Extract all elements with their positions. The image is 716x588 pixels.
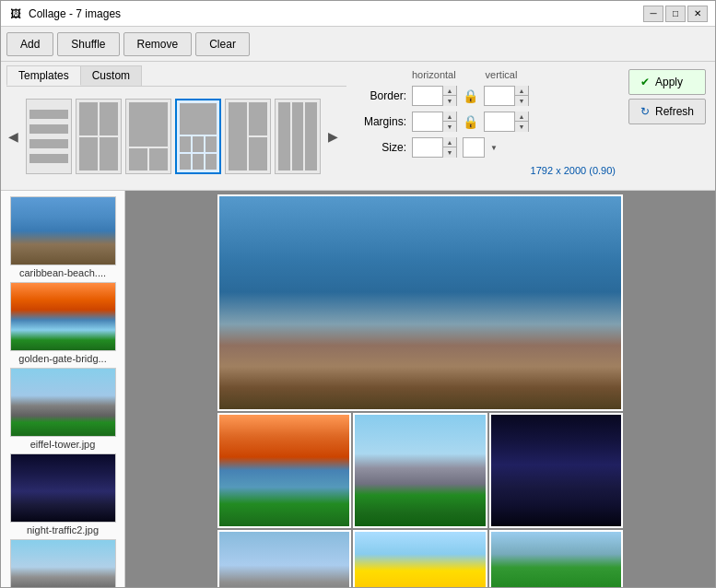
title-bar: 🖼 Collage - 7 images ─ □ ✕	[1, 1, 715, 27]
thumb-img-2	[11, 369, 115, 436]
collage-cell-sunflower	[353, 530, 487, 587]
template-item-4[interactable]	[175, 99, 221, 174]
window-title: Collage - 7 images	[29, 7, 643, 20]
size-row: Size: 2000 ▲ ▼ ▼	[356, 137, 616, 158]
border-lock-icon[interactable]: 🔒	[463, 88, 478, 103]
size-spinner: ▲ ▼	[442, 137, 456, 158]
window-controls: ─ □ ✕	[643, 6, 708, 22]
border-label: Border:	[356, 89, 406, 102]
margins-v-spinbox: 4 ▲ ▼	[484, 112, 529, 132]
tab-bar: Templates Custom	[6, 65, 346, 87]
refresh-icon: ↻	[640, 105, 650, 118]
thumb-img-1	[11, 283, 115, 350]
size-down[interactable]: ▼	[443, 147, 456, 158]
sidebar-item-1[interactable]: golden-gate-bridg...	[1, 280, 124, 366]
collage-cell-karst	[489, 530, 623, 587]
margins-v-up[interactable]: ▲	[515, 112, 528, 122]
border-h-input[interactable]: 4	[413, 87, 442, 105]
template-item-3[interactable]	[125, 99, 171, 174]
add-button[interactable]: Add	[6, 32, 53, 56]
apply-button[interactable]: ✔ Apply	[628, 69, 706, 95]
collage-top-image	[217, 194, 623, 411]
hv-labels: horizontal vertical	[412, 69, 616, 80]
thumbnail-4	[10, 539, 116, 587]
margins-h-down[interactable]: ▼	[443, 122, 456, 132]
tab-custom[interactable]: Custom	[80, 65, 142, 86]
size-input[interactable]: 2000	[413, 138, 442, 157]
apply-label: Apply	[655, 76, 683, 88]
sidebar-item-3[interactable]: night-traffic2.jpg	[1, 452, 124, 537]
border-h-spinner: ▲ ▼	[442, 86, 456, 106]
vertical-label: vertical	[480, 69, 522, 80]
color-swatch[interactable]	[463, 137, 485, 158]
template-item-1[interactable]	[26, 99, 72, 174]
collage-preview	[217, 194, 623, 587]
image-sidebar: caribbean-beach.... golden-gate-bridg...…	[1, 191, 125, 587]
margins-v-down[interactable]: ▼	[515, 122, 528, 132]
margins-v-input[interactable]: 4	[485, 112, 514, 131]
size-info: 1792 x 2000 (0.90)	[356, 165, 616, 176]
thumb-img-3	[11, 454, 115, 522]
size-label: Size:	[356, 141, 406, 154]
maximize-button[interactable]: □	[665, 6, 686, 22]
size-spinbox: 2000 ▲ ▼	[412, 137, 457, 158]
border-h-down[interactable]: ▼	[443, 96, 456, 106]
template-item-5[interactable]	[225, 99, 271, 174]
templates-grid	[22, 90, 324, 182]
thumb-img-4	[11, 540, 115, 587]
margins-h-input[interactable]: 4	[413, 112, 442, 131]
sidebar-item-2[interactable]: eiffel-tower.jpg	[1, 366, 124, 452]
collage-cell-eiffel	[353, 413, 487, 528]
sidebar-item-4[interactable]: eiffel-tower2.jpg	[1, 537, 124, 587]
img-label-3: night-traffic2.jpg	[27, 524, 99, 535]
margins-h-up[interactable]: ▲	[443, 112, 456, 122]
collage-cell-traffic	[489, 413, 623, 528]
margins-lock-icon[interactable]: 🔒	[463, 114, 478, 129]
size-up[interactable]: ▲	[443, 137, 456, 147]
border-v-input[interactable]: 4	[485, 87, 514, 105]
tab-templates[interactable]: Templates	[6, 65, 81, 86]
border-row: Border: 4 ▲ ▼ 🔒 4 ▲ ▼	[356, 86, 616, 106]
thumbnail-3	[10, 453, 116, 523]
collage-cell-bridge	[217, 413, 351, 528]
right-controls: horizontal vertical Border: 4 ▲ ▼ 🔒 4	[352, 65, 619, 180]
thumbnail-1	[10, 282, 116, 351]
border-v-up[interactable]: ▲	[515, 86, 528, 96]
margins-row: Margins: 4 ▲ ▼ 🔒 4 ▲ ▼	[356, 112, 616, 132]
refresh-button[interactable]: ↻ Refresh	[628, 99, 706, 124]
img-label-0: caribbean-beach....	[19, 267, 106, 278]
border-h-up[interactable]: ▲	[443, 86, 456, 96]
collage-bottom	[217, 413, 623, 587]
template-item-2[interactable]	[76, 99, 122, 174]
border-v-down[interactable]: ▼	[515, 96, 528, 106]
scroll-left-button[interactable]: ◀	[6, 129, 20, 144]
color-dropdown-arrow[interactable]: ▼	[490, 144, 498, 152]
collage-cell-eiffel2	[217, 530, 351, 587]
margins-h-spinbox: 4 ▲ ▼	[412, 112, 457, 132]
app-icon: 🖼	[8, 6, 23, 21]
canvas-area[interactable]	[125, 191, 715, 587]
shuffle-button[interactable]: Shuffle	[57, 32, 119, 56]
thumbnail-0	[10, 196, 116, 265]
clear-button[interactable]: Clear	[195, 32, 250, 56]
close-button[interactable]: ✕	[687, 6, 708, 22]
template-panel: Templates Custom ◀	[6, 65, 346, 182]
minimize-button[interactable]: ─	[643, 6, 663, 22]
remove-button[interactable]: Remove	[123, 32, 193, 56]
action-buttons: ✔ Apply ↻ Refresh	[625, 65, 710, 128]
border-v-spinner: ▲ ▼	[514, 86, 528, 106]
collage-row-2	[217, 530, 623, 587]
main-toolbar: Add Shuffle Remove Clear	[1, 27, 715, 62]
img-label-2: eiffel-tower.jpg	[30, 439, 96, 450]
border-v-spinbox: 4 ▲ ▼	[484, 86, 529, 106]
template-item-6[interactable]	[275, 99, 321, 174]
apply-icon: ✔	[640, 76, 650, 88]
scroll-right-button[interactable]: ▶	[326, 129, 340, 144]
refresh-label: Refresh	[655, 105, 694, 118]
content-area: caribbean-beach.... golden-gate-bridg...…	[1, 191, 715, 587]
margins-label: Margins:	[356, 115, 406, 128]
controls-area: Templates Custom ◀	[1, 62, 715, 191]
margins-v-spinner: ▲ ▼	[514, 112, 528, 132]
sidebar-item-0[interactable]: caribbean-beach....	[1, 194, 124, 280]
margins-h-spinner: ▲ ▼	[442, 112, 456, 132]
